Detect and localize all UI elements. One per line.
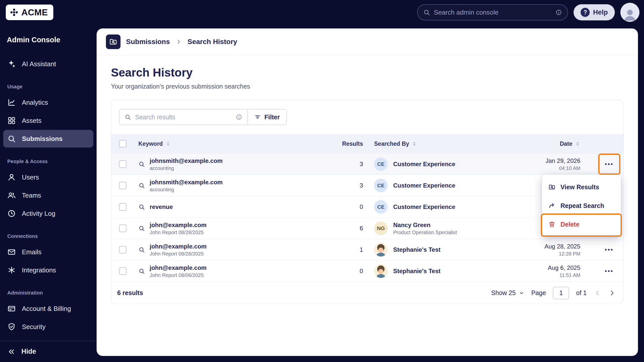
topbar: ACME ? Help (0, 0, 644, 25)
sidebar: Admin Console AI Assistant Usage Analyti… (0, 25, 97, 362)
row-checkbox[interactable] (119, 203, 127, 211)
search-icon (138, 204, 145, 210)
question-icon: ? (581, 8, 590, 17)
search-icon (138, 268, 145, 274)
delete-menu-item[interactable]: Delete (542, 215, 621, 234)
row-actions-button[interactable] (602, 158, 616, 170)
sidebar-item-integrations[interactable]: Integrations (3, 261, 93, 279)
search-icon (138, 182, 145, 189)
repeat-icon (548, 202, 555, 209)
sidebar-section-usage: Usage (3, 84, 93, 90)
row-checkbox[interactable] (119, 246, 127, 254)
sort-icon[interactable] (165, 141, 171, 147)
chevron-right-icon (175, 39, 182, 45)
table-footer: 6 results Show 25 Page of 1 (111, 282, 623, 304)
sidebar-item-submissions[interactable]: Submissions (3, 130, 93, 148)
keyword-cell: johnsmith@example.comaccounting (138, 179, 330, 193)
page-number-input[interactable] (553, 287, 569, 299)
users-icon (7, 191, 16, 200)
breadcrumb-search-history: Search History (187, 38, 237, 46)
results-search-group: Filter (119, 109, 287, 125)
acme-logo-mark-icon (10, 8, 18, 17)
filter-icon (254, 114, 261, 120)
avatar: CE (374, 200, 388, 214)
sidebar-item-label: AI Assistant (22, 60, 56, 68)
sidebar-item-users[interactable]: Users (3, 168, 93, 186)
searched-by-cell: CE Customer Experience (366, 179, 539, 192)
sidebar-section-people-access: People & Access (3, 159, 93, 164)
column-searched-by: Searched By (366, 140, 539, 147)
clock-icon (7, 209, 16, 218)
page-size-select[interactable]: Show 25 (491, 289, 524, 297)
user-icon (7, 173, 16, 182)
sidebar-item-label: Security (22, 323, 46, 331)
row-checkbox[interactable] (119, 160, 127, 168)
row-actions-button[interactable] (602, 244, 616, 256)
breadcrumb-submissions[interactable]: Submissions (126, 38, 170, 46)
row-actions-menu: View Results Repeat Search Delete (542, 175, 621, 237)
sidebar-item-emails[interactable]: Emails (3, 243, 93, 261)
date-cell: Jan 29, 202604:10 AM (539, 157, 585, 171)
sidebar-item-account-billing[interactable]: Account & Billing (3, 300, 93, 317)
sidebar-item-analytics[interactable]: Analytics (3, 94, 93, 111)
search-icon (7, 134, 16, 143)
table-header: Keyword Results Searched By Date (111, 134, 623, 153)
results-search[interactable] (119, 110, 247, 125)
results-count: 0 (330, 268, 366, 275)
results-count: 1 (330, 246, 366, 253)
envelope-icon (7, 248, 16, 256)
select-all-checkbox[interactable] (119, 140, 127, 148)
sidebar-section-administration: Administration (3, 290, 93, 296)
breadcrumb: Submissions Search History (97, 28, 638, 55)
user-avatar[interactable] (620, 3, 639, 22)
row-checkbox[interactable] (119, 225, 127, 232)
sidebar-hide-button[interactable]: Hide (0, 341, 97, 362)
sidebar-item-label: Users (22, 173, 39, 181)
help-button[interactable]: ? Help (574, 4, 615, 20)
search-icon (138, 161, 145, 167)
table-row: john@example.comJohn Report 08/06/2025 0… (111, 260, 623, 282)
sort-icon[interactable] (575, 141, 580, 147)
row-checkbox[interactable] (119, 267, 127, 275)
sidebar-item-security[interactable]: Security (3, 318, 93, 336)
sidebar-item-label: Integrations (22, 266, 56, 274)
keyword-cell: johnsmith@example.comaccounting (138, 157, 330, 171)
view-results-menu-item[interactable]: View Results (542, 178, 621, 196)
line-chart-icon (7, 98, 16, 107)
sort-icon[interactable] (412, 141, 417, 147)
grid-icon (7, 116, 16, 125)
sidebar-item-assets[interactable]: Assets (3, 112, 93, 129)
searched-by-cell: Stephanie's Test (366, 243, 539, 257)
avatar (374, 243, 388, 257)
searched-by-cell: NG Nancy GreenProduct Operation Speciali… (366, 222, 539, 235)
sidebar-item-ai-assistant[interactable]: AI Assistant (3, 55, 93, 73)
search-icon (138, 225, 145, 232)
previous-page-button[interactable] (594, 289, 601, 297)
row-checkbox[interactable] (119, 182, 127, 189)
date-cell: Aug 6, 202511:51 AM (539, 264, 585, 278)
trash-icon (548, 221, 555, 228)
results-count: 6 (330, 225, 366, 232)
keyword-cell: john@example.comJohn Report 08/06/2025 (138, 264, 330, 278)
repeat-search-menu-item[interactable]: Repeat Search (542, 196, 621, 215)
double-chevron-left-icon (7, 348, 15, 356)
info-icon[interactable] (236, 114, 242, 120)
shield-icon (7, 322, 16, 331)
filter-button[interactable]: Filter (247, 110, 286, 125)
results-search-input[interactable] (135, 114, 232, 121)
next-page-button[interactable] (608, 289, 616, 297)
sidebar-item-activity-log[interactable]: Activity Log (3, 205, 93, 222)
date-cell: Aug 28, 202512:28 PM (539, 243, 585, 257)
column-results: Results (330, 140, 366, 147)
sidebar-item-label: Activity Log (22, 210, 55, 218)
keyword-cell: revenue (138, 203, 330, 210)
info-icon[interactable] (555, 9, 562, 16)
admin-console-search[interactable] (417, 4, 568, 20)
acme-logo: ACME (6, 5, 53, 20)
search-icon (138, 246, 145, 253)
avatar: NG (374, 222, 388, 235)
searched-by-cell: Stephanie's Test (366, 264, 539, 278)
admin-console-search-input[interactable] (434, 9, 552, 16)
sidebar-item-teams[interactable]: Teams (3, 187, 93, 204)
row-actions-button[interactable] (602, 265, 616, 277)
